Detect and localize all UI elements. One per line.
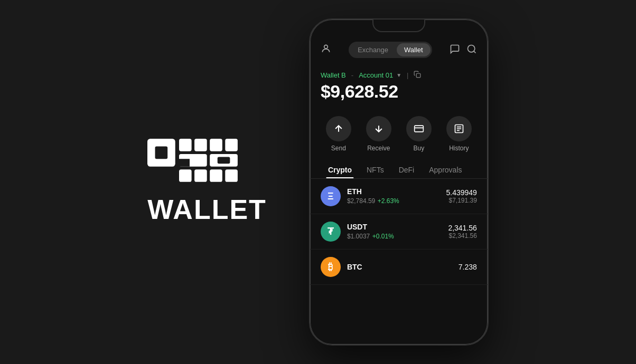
tab-nfts[interactable]: NFTs <box>359 160 391 178</box>
usdt-price: $1.0037 <box>347 233 370 240</box>
eth-asset-left: Ξ ETH $2,784.59 +2.63% <box>321 186 399 206</box>
account-name-row: Wallet B - Account 01 ▼ | <box>321 71 477 80</box>
account-section: Wallet B - Account 01 ▼ | $9,628.52 <box>310 62 488 106</box>
history-button[interactable]: History <box>446 116 472 152</box>
usdt-value: $2,341.56 <box>448 232 477 240</box>
svg-rect-8 <box>210 139 222 151</box>
usdt-amount: 2,341.56 <box>448 224 477 232</box>
eth-symbol: ETH <box>347 187 399 196</box>
svg-rect-7 <box>179 159 190 167</box>
list-item[interactable]: ₮ USDT $1.0037 +0.01% 2,341.56 $2,341.56 <box>310 214 488 250</box>
tab-defi[interactable]: DeFi <box>391 160 422 178</box>
okx-logo-svg <box>147 139 253 191</box>
svg-point-14 <box>324 45 328 49</box>
svg-rect-20 <box>415 126 424 132</box>
usdt-info: USDT $1.0037 +0.01% <box>347 223 394 241</box>
phone-content: Exchange Wallet <box>310 20 488 344</box>
usdt-symbol: USDT <box>347 223 394 231</box>
action-buttons: Send Receive <box>310 106 488 160</box>
page-wrapper: WALLET Exchange Wallet <box>0 0 636 364</box>
history-label: History <box>449 145 469 152</box>
svg-rect-9 <box>225 139 238 151</box>
svg-rect-2 <box>179 139 192 151</box>
buy-icon-circle <box>406 116 432 141</box>
svg-rect-6 <box>194 169 207 182</box>
eth-icon: Ξ <box>321 186 341 206</box>
receive-icon-circle <box>366 116 391 141</box>
svg-rect-12 <box>210 169 222 182</box>
svg-rect-11 <box>218 157 230 164</box>
receive-button[interactable]: Receive <box>366 116 391 152</box>
send-label: Send <box>331 145 346 152</box>
btc-amount: 7.238 <box>459 263 477 271</box>
wallet-tab[interactable]: Wallet <box>397 43 431 56</box>
svg-point-15 <box>467 45 474 52</box>
svg-rect-17 <box>417 73 421 78</box>
btc-symbol: BTC <box>347 263 362 271</box>
tab-approvals[interactable]: Approvals <box>422 160 469 178</box>
btc-icon: ₿ <box>321 257 341 277</box>
send-button[interactable]: Send <box>326 116 351 152</box>
svg-rect-5 <box>179 169 192 182</box>
history-icon-circle <box>446 116 472 141</box>
balance-amount: $9,628.52 <box>321 82 477 101</box>
btc-info: BTC <box>347 263 362 271</box>
usdt-change: +0.01% <box>372 233 394 240</box>
svg-line-16 <box>474 51 476 53</box>
svg-rect-13 <box>225 169 238 182</box>
svg-rect-1 <box>155 147 168 159</box>
btc-asset-left: ₿ BTC <box>321 257 362 277</box>
btc-asset-right: 7.238 <box>459 263 477 271</box>
chat-icon[interactable] <box>450 44 460 56</box>
account-dropdown-arrow[interactable]: ▼ <box>396 72 401 78</box>
list-item[interactable]: ₿ BTC 7.238 <box>310 250 488 285</box>
profile-icon[interactable] <box>321 43 331 56</box>
pipe-separator: | <box>407 71 408 79</box>
svg-rect-3 <box>194 139 207 151</box>
list-item[interactable]: Ξ ETH $2,784.59 +2.63% 5.439949 $7,191.3… <box>310 179 488 214</box>
buy-button[interactable]: Buy <box>406 116 432 152</box>
logo-section: WALLET <box>147 139 267 225</box>
receive-label: Receive <box>367 145 390 152</box>
exchange-wallet-tabs: Exchange Wallet <box>349 42 432 58</box>
asset-tabs: Crypto NFTs DeFi Approvals <box>310 160 488 179</box>
phone-mockup: Exchange Wallet <box>309 18 489 346</box>
eth-change: +2.63% <box>378 197 399 205</box>
eth-value: $7,191.39 <box>446 197 476 204</box>
account-label: Account 01 <box>359 71 393 79</box>
header-icons <box>450 44 477 56</box>
eth-info: ETH $2,784.59 +2.63% <box>347 187 399 205</box>
copy-icon[interactable] <box>414 71 421 80</box>
eth-amount: 5.439949 <box>446 188 476 197</box>
usdt-asset-left: ₮ USDT $1.0037 +0.01% <box>321 222 394 242</box>
asset-list: Ξ ETH $2,784.59 +2.63% 5.439949 $7,191.3… <box>310 179 488 285</box>
exchange-tab[interactable]: Exchange <box>350 43 396 56</box>
wallet-brand-text: WALLET <box>147 194 267 225</box>
eth-price-row: $2,784.59 +2.63% <box>347 196 399 205</box>
app-header: Exchange Wallet <box>310 35 488 62</box>
usdt-asset-right: 2,341.56 $2,341.56 <box>448 224 477 240</box>
search-icon[interactable] <box>466 44 477 56</box>
usdt-price-row: $1.0037 +0.01% <box>347 231 394 241</box>
eth-asset-right: 5.439949 $7,191.39 <box>446 188 476 204</box>
send-icon-circle <box>326 116 351 141</box>
usdt-icon: ₮ <box>321 222 341 242</box>
phone-notch <box>372 20 425 32</box>
separator: - <box>351 71 353 79</box>
tab-crypto[interactable]: Crypto <box>321 160 359 178</box>
wallet-name: Wallet B <box>321 71 346 79</box>
eth-price: $2,784.59 <box>347 197 375 205</box>
buy-label: Buy <box>414 145 425 152</box>
